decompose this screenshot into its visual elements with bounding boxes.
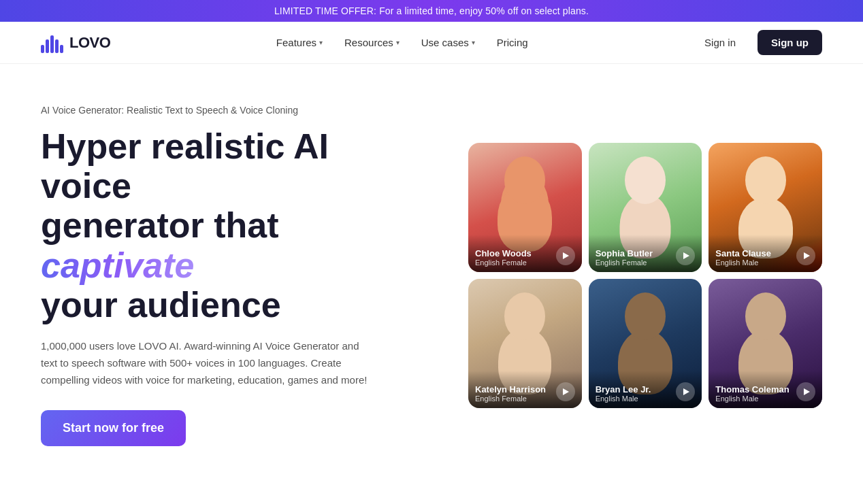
play-button-chloe[interactable] — [556, 246, 575, 265]
svg-rect-2 — [50, 35, 54, 53]
voice-card-thomas[interactable]: Thomas Coleman English Male — [709, 279, 822, 408]
chevron-down-icon: ▾ — [319, 39, 323, 46]
nav-link-resources[interactable]: Resources ▾ — [344, 37, 400, 48]
nav-links: Features ▾ Resources ▾ Use cases ▾ Prici… — [276, 37, 528, 48]
play-button-katelyn[interactable] — [556, 382, 575, 401]
nav-item-pricing[interactable]: Pricing — [497, 37, 528, 48]
svg-rect-4 — [60, 45, 63, 53]
cta-button[interactable]: Start now for free — [41, 410, 186, 446]
face-bryan — [625, 292, 666, 340]
nav-link-use-cases[interactable]: Use cases ▾ — [421, 37, 475, 48]
nav-link-features[interactable]: Features ▾ — [276, 37, 323, 48]
hero-left: AI Voice Generator: Realistic Text to Sp… — [41, 105, 422, 446]
navbar: LOVO Features ▾ Resources ▾ Use cases ▾ … — [0, 22, 863, 64]
nav-item-use-cases[interactable]: Use cases ▾ — [421, 37, 475, 48]
hero-title: Hyper realistic AI voice generator that … — [41, 127, 422, 324]
signup-button[interactable]: Sign up — [758, 30, 822, 55]
top-banner: LIMITED TIME OFFER: For a limited time, … — [0, 0, 863, 22]
face-sophia — [625, 156, 666, 204]
signin-button[interactable]: Sign in — [694, 31, 747, 54]
voice-cards-grid: Chloe Woods English Female Sophia Butler… — [468, 143, 822, 408]
logo-link[interactable]: LOVO — [41, 33, 110, 53]
face-katelyn — [504, 292, 545, 340]
nav-item-resources[interactable]: Resources ▾ — [344, 37, 400, 48]
banner-text: LIMITED TIME OFFER: For a limited time, … — [274, 5, 589, 16]
hero-section: AI Voice Generator: Realistic Text to Sp… — [0, 64, 863, 473]
voice-card-sophia[interactable]: Sophia Butler English Female — [589, 143, 702, 272]
face-thomas — [745, 292, 786, 340]
svg-rect-3 — [55, 39, 59, 53]
hero-title-line1: Hyper realistic AI voice — [41, 127, 329, 205]
nav-item-features[interactable]: Features ▾ — [276, 37, 323, 48]
play-button-santa[interactable] — [796, 246, 815, 265]
face-chloe — [504, 156, 545, 204]
logo-icon — [41, 33, 65, 53]
chevron-down-icon: ▾ — [396, 39, 400, 46]
bottom-section: Experience the full power of cutting-edg… — [0, 473, 863, 504]
play-button-thomas[interactable] — [796, 382, 815, 401]
svg-rect-0 — [41, 45, 44, 53]
voice-card-santa[interactable]: Santa Clause English Male — [709, 143, 822, 272]
voice-card-bryan[interactable]: Bryan Lee Jr. English Male — [589, 279, 702, 408]
hero-title-line2: generator that — [41, 205, 279, 245]
hero-title-line3: your audience — [41, 285, 281, 324]
nav-actions: Sign in Sign up — [694, 30, 822, 55]
face-santa — [745, 156, 786, 204]
voice-card-chloe[interactable]: Chloe Woods English Female — [468, 143, 582, 272]
chevron-down-icon: ▾ — [472, 39, 475, 46]
svg-rect-1 — [46, 39, 49, 53]
nav-link-pricing[interactable]: Pricing — [497, 37, 528, 48]
logo-text: LOVO — [69, 34, 110, 52]
hero-description: 1,000,000 users love LOVO AI. Award-winn… — [41, 338, 368, 388]
hero-title-highlight: captivate — [41, 246, 194, 285]
hero-subtitle: AI Voice Generator: Realistic Text to Sp… — [41, 105, 422, 116]
voice-card-katelyn[interactable]: Katelyn Harrison English Female — [468, 279, 582, 408]
